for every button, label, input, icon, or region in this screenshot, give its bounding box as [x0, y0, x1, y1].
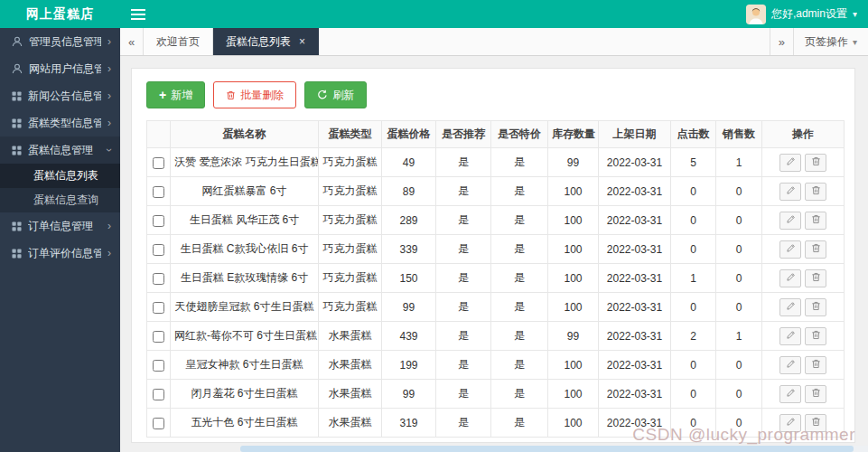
- refresh-button-label: 刷新: [332, 88, 354, 103]
- row-checkbox[interactable]: [153, 157, 164, 169]
- cell-clicks: 0: [671, 206, 716, 235]
- cell-recommend: 是: [436, 351, 491, 380]
- delete-button[interactable]: [805, 269, 826, 287]
- tabs-scroll-left-button[interactable]: «: [120, 28, 144, 55]
- sidebar-item[interactable]: 网站用户信息管理›: [0, 55, 120, 82]
- column-header: 是否推荐: [436, 121, 491, 148]
- scrollbar-thumb[interactable]: [240, 446, 854, 452]
- cell-clicks: 0: [671, 177, 716, 206]
- delete-button[interactable]: [805, 327, 826, 345]
- sidebar-item[interactable]: 管理员信息管理›: [0, 28, 120, 55]
- cell-date: 2022-03-31: [599, 293, 671, 322]
- edit-button[interactable]: [779, 327, 801, 345]
- cell-type: 巧克力蛋糕: [319, 293, 382, 322]
- delete-icon: [811, 184, 821, 198]
- delete-button[interactable]: [805, 183, 826, 201]
- column-header: 蛋糕名称: [171, 121, 319, 148]
- delete-button[interactable]: [805, 240, 826, 259]
- hamburger-menu-button[interactable]: [131, 6, 147, 23]
- row-checkbox[interactable]: [153, 418, 164, 429]
- batch-delete-button-label: 批量删除: [240, 88, 284, 103]
- tab-close-icon[interactable]: ×: [299, 35, 305, 48]
- tab-strip: 欢迎首页蛋糕信息列表×: [144, 28, 319, 55]
- cell-stock: 100: [548, 351, 599, 380]
- tab-item[interactable]: 欢迎首页: [144, 28, 213, 55]
- row-checkbox[interactable]: [153, 244, 164, 256]
- horizontal-scrollbar[interactable]: [240, 446, 868, 452]
- sidebar-item[interactable]: 蛋糕类型信息管理›: [0, 109, 120, 137]
- row-checkbox[interactable]: [153, 215, 164, 227]
- edit-button[interactable]: [779, 414, 801, 432]
- sidebar-item[interactable]: 订单信息管理›: [0, 212, 120, 240]
- sidebar-submenu: 蛋糕信息列表蛋糕信息查询: [0, 164, 120, 212]
- row-checkbox[interactable]: [153, 360, 164, 372]
- main-content: + 新增 批量删除 刷新 蛋糕名称蛋糕类型蛋糕价格是否推荐是否特价库存数量上架日…: [120, 56, 868, 452]
- chevron-icon: ›: [107, 89, 111, 102]
- row-checkbox[interactable]: [153, 302, 164, 314]
- edit-button[interactable]: [779, 385, 801, 403]
- grid-icon: [12, 118, 22, 128]
- user-menu[interactable]: 您好,admin设置 ▾: [746, 5, 868, 24]
- add-button-label: 新增: [171, 88, 192, 103]
- sidebar-subitem[interactable]: 蛋糕信息查询: [0, 188, 120, 212]
- delete-button[interactable]: [805, 356, 826, 374]
- cell-sales: 0: [716, 235, 762, 264]
- table-wrapper: 蛋糕名称蛋糕类型蛋糕价格是否推荐是否特价库存数量上架日期点击数销售数操作 沃赞 …: [132, 120, 854, 438]
- add-button[interactable]: + 新增: [146, 81, 205, 108]
- cell-price: 199: [382, 351, 436, 380]
- edit-button[interactable]: [779, 356, 801, 374]
- row-checkbox[interactable]: [153, 331, 164, 343]
- tab-label: 欢迎首页: [156, 34, 200, 50]
- delete-button[interactable]: [805, 414, 826, 432]
- refresh-icon: [317, 89, 328, 100]
- edit-icon: [786, 329, 796, 343]
- cell-type: 水果蛋糕: [319, 322, 382, 351]
- edit-button[interactable]: [779, 269, 801, 287]
- cell-special: 是: [491, 380, 548, 409]
- sidebar-item[interactable]: 新闻公告信息管理›: [0, 82, 120, 109]
- actions-cell: [762, 351, 845, 380]
- edit-button[interactable]: [779, 240, 801, 259]
- delete-button[interactable]: [805, 385, 826, 403]
- cell-sales: 0: [716, 177, 762, 206]
- delete-button[interactable]: [805, 298, 826, 316]
- delete-button[interactable]: [805, 212, 826, 230]
- batch-delete-button[interactable]: 批量删除: [213, 81, 296, 108]
- checkbox-cell: [147, 293, 171, 322]
- cell-recommend: 是: [436, 380, 491, 409]
- cell-price: 89: [382, 177, 436, 206]
- sidebar-item[interactable]: 蛋糕信息管理›: [0, 137, 120, 164]
- chevron-icon: ›: [107, 247, 111, 259]
- actions-cell: [762, 380, 845, 409]
- cell-name: 生日蛋糕 C款我心依旧 6寸: [171, 235, 319, 264]
- checkbox-cell: [147, 322, 171, 351]
- edit-button[interactable]: [779, 154, 801, 172]
- tab-item[interactable]: 蛋糕信息列表×: [213, 28, 319, 55]
- row-checkbox[interactable]: [153, 186, 164, 198]
- tabs-scroll-right-button[interactable]: »: [770, 28, 793, 55]
- row-checkbox[interactable]: [153, 389, 164, 400]
- cell-recommend: 是: [436, 148, 491, 177]
- sidebar-subitem[interactable]: 蛋糕信息列表: [0, 164, 120, 188]
- app-window: 网上蛋糕店 您好,admin设置 ▾ 管理员信息管理›网站用户信息管理›新闻公告…: [0, 0, 868, 452]
- select-all-header-cell: [147, 121, 171, 148]
- edit-button[interactable]: [779, 298, 801, 316]
- row-checkbox[interactable]: [153, 273, 164, 285]
- delete-icon: [811, 329, 821, 343]
- tab-bar: « 欢迎首页蛋糕信息列表× » 页签操作 ▾: [120, 28, 868, 56]
- cell-sales: 0: [716, 409, 762, 438]
- cell-stock: 99: [548, 322, 599, 351]
- refresh-button[interactable]: 刷新: [304, 81, 367, 108]
- content-panel: + 新增 批量删除 刷新 蛋糕名称蛋糕类型蛋糕价格是否推荐是否特价库存数量上架日…: [131, 68, 855, 443]
- edit-icon: [786, 300, 796, 314]
- cell-special: 是: [491, 148, 548, 177]
- sidebar-item[interactable]: 订单评价信息管理›: [0, 240, 120, 267]
- edit-icon: [786, 242, 796, 256]
- edit-button[interactable]: [779, 183, 801, 201]
- cell-price: 439: [382, 322, 436, 351]
- delete-button[interactable]: [805, 154, 826, 172]
- tab-operations-dropdown[interactable]: 页签操作 ▾: [793, 28, 868, 55]
- edit-button[interactable]: [779, 212, 801, 230]
- actions-cell: [762, 177, 845, 206]
- sidebar-item-label: 蛋糕类型信息管理: [28, 116, 101, 131]
